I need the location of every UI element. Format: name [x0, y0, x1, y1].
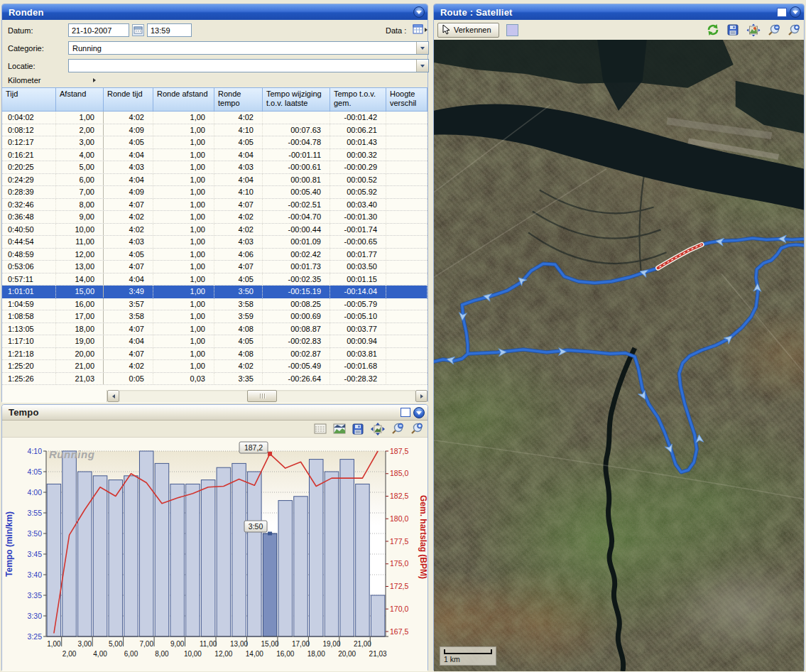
table-row[interactable]: 0:12:173,004:051,004:05-00:04.7800:01.43	[2, 136, 427, 149]
route-color-swatch-button[interactable]	[506, 24, 518, 36]
lap-bar	[356, 484, 370, 636]
tempo-chart[interactable]: Running4:104:054:003:553:503:453:403:353…	[2, 438, 427, 671]
table-cell: 9,00	[56, 211, 104, 223]
table-cell: 17,00	[56, 310, 104, 323]
data-grid-icon[interactable]	[413, 23, 427, 36]
refresh-icon[interactable]	[706, 23, 720, 36]
save-icon[interactable]	[727, 24, 739, 36]
datum-input[interactable]	[68, 23, 129, 37]
locatie-combobox[interactable]	[68, 59, 429, 72]
column-header[interactable]: Hoogte verschil	[386, 88, 427, 112]
zoom-out-icon[interactable]	[391, 423, 404, 435]
table-view-icon[interactable]	[314, 423, 327, 434]
table-cell: 0:08:12	[2, 124, 56, 136]
lap-bar	[47, 484, 61, 636]
table-cell: -00:01.42	[330, 112, 386, 124]
calendar-icon[interactable]	[132, 24, 144, 36]
column-header[interactable]: Tijd	[2, 88, 56, 112]
table-row[interactable]: 1:25:2021,004:021,004:02-00:05.49-00:01.…	[2, 360, 427, 373]
table-row[interactable]: 0:48:5912,004:051,004:0600:02.4200:01.77	[2, 249, 427, 261]
ronden-panel: Ronden Datum: Data : Categorie: Running …	[1, 4, 428, 402]
categorie-label: Categorie:	[8, 44, 44, 53]
table-row[interactable]: 1:17:1019,004:041,004:05-00:02.8300:00.9…	[2, 335, 427, 348]
zoom-in-icon[interactable]	[410, 423, 423, 435]
lap-bar	[139, 451, 153, 636]
verkennen-button[interactable]: Verkennen	[437, 23, 499, 38]
table-cell: 13,00	[56, 261, 104, 273]
table-cell: 4:03	[214, 236, 263, 248]
categorie-dropdown-button[interactable]	[416, 42, 428, 54]
table-cell: 1,00	[153, 199, 214, 211]
table-row[interactable]: 1:01:0115,003:491,003:50-00:15.19-00:14.…	[2, 286, 427, 298]
table-row[interactable]: 0:04:021,004:021,004:02-00:01.42	[2, 112, 427, 124]
kilometer-expand-arrow[interactable]	[93, 78, 96, 82]
lap-bar	[340, 460, 354, 636]
table-cell: -00:28.32	[330, 373, 386, 385]
tempo-axis-tick: 3:55	[28, 509, 43, 517]
time-input[interactable]	[147, 23, 192, 37]
chart-image-icon[interactable]	[333, 423, 346, 434]
table-cell: 4:07	[214, 199, 263, 211]
table-row[interactable]: 0:53:0613,004:071,004:0700:01.7300:03.50	[2, 261, 427, 273]
x-axis-label: 14,00	[246, 650, 263, 658]
heart-rate-marker	[268, 452, 272, 456]
zoom-in-icon[interactable]	[788, 24, 800, 36]
table-row[interactable]: 1:08:5817,003:581,003:5900:00.69-00:05.1…	[2, 310, 427, 323]
tempo-split-view-button[interactable]	[401, 408, 410, 417]
ronden-collapse-button[interactable]	[413, 6, 425, 18]
table-row[interactable]: 1:25:2621,030:050,033:35-00:26.64-00:28.…	[2, 373, 427, 386]
table-cell: 14,00	[56, 273, 104, 286]
table-cell: 1,00	[153, 360, 214, 372]
tempo-axis-tick: 3:50	[28, 529, 43, 538]
column-header[interactable]: Tempo wijziging t.o.v. laatste	[263, 88, 330, 112]
column-header[interactable]: Ronde tempo	[214, 88, 263, 112]
table-row[interactable]: 0:08:122,004:091,004:1000:07.6300:06.21	[2, 124, 427, 137]
satellite-map-canvas[interactable]: 1 km	[434, 40, 804, 671]
scroll-left-button[interactable]	[107, 390, 119, 402]
table-cell: 15,00	[56, 286, 104, 298]
column-header[interactable]: Ronde tijd	[104, 88, 153, 112]
table-row[interactable]: 0:28:397,004:091,004:1000:05.4000:05.92	[2, 186, 427, 199]
table-row[interactable]: 0:40:5010,004:021,004:02-00:00.44-00:01.…	[2, 224, 427, 237]
scroll-right-button[interactable]	[415, 390, 427, 402]
table-row[interactable]: 1:13:0518,004:071,004:0800:08.8700:03.77	[2, 323, 427, 336]
table-row[interactable]: 0:24:296,004:041,004:0400:00.8100:00.52	[2, 174, 427, 187]
route-panel: Route : Satelliet Verkennen	[433, 4, 805, 671]
table-cell: 00:03.77	[330, 323, 386, 335]
column-header[interactable]: Ronde afstand	[153, 88, 214, 112]
table-cell	[263, 112, 330, 124]
table-cell: 4:02	[214, 211, 263, 223]
save-icon[interactable]	[352, 423, 364, 435]
table-row[interactable]: 0:20:255,004:031,004:03-00:00.61-00:00.2…	[2, 161, 427, 174]
fit-chart-icon[interactable]	[371, 423, 385, 435]
route-collapse-button[interactable]	[790, 6, 801, 18]
kilometer-expander-label[interactable]: Kilometer	[8, 76, 40, 85]
table-row[interactable]: 1:04:5916,003:571,003:5800:08.25-00:05.7…	[2, 298, 427, 311]
table-cell: 1,00	[153, 112, 214, 124]
locatie-dropdown-button[interactable]	[416, 60, 428, 72]
table-cell: 4:07	[104, 348, 153, 360]
zoom-out-icon[interactable]	[768, 24, 780, 36]
table-cell: 0:53:06	[2, 261, 56, 273]
table-row[interactable]: 0:44:5411,004:031,004:0300:01.09-00:00.6…	[2, 236, 427, 249]
tempo-collapse-button[interactable]	[413, 407, 425, 418]
table-row[interactable]: 0:16:214,004:041,004:04-00:01.1100:00.32	[2, 149, 427, 162]
column-header[interactable]: Tempo t.o.v. gem.	[330, 88, 386, 112]
table-cell	[386, 360, 427, 372]
categorie-combobox[interactable]: Running	[68, 41, 429, 55]
column-header[interactable]: Afstand	[56, 88, 104, 112]
table-row[interactable]: 0:32:468,004:071,004:07-00:02.5100:03.40	[2, 199, 427, 212]
table-row[interactable]: 0:36:489,004:021,004:02-00:04.70-00:01.3…	[2, 211, 427, 224]
arrow-right-icon	[420, 394, 423, 399]
table-row[interactable]: 1:21:1820,004:071,004:0800:02.8700:03.81	[2, 348, 427, 361]
pan-map-icon[interactable]	[746, 23, 761, 37]
route-split-view-button[interactable]	[777, 8, 787, 17]
table-cell	[386, 373, 427, 385]
scroll-track[interactable]	[119, 390, 415, 402]
table-cell: -00:00.44	[263, 224, 330, 236]
svg-text:187,2: 187,2	[244, 443, 263, 452]
table-row[interactable]: 0:57:1114,004:041,004:05-00:02.3500:01.1…	[2, 273, 427, 286]
table-cell: 18,00	[56, 323, 104, 335]
table-cell: 4:08	[214, 348, 263, 360]
scroll-thumb[interactable]	[247, 390, 277, 402]
